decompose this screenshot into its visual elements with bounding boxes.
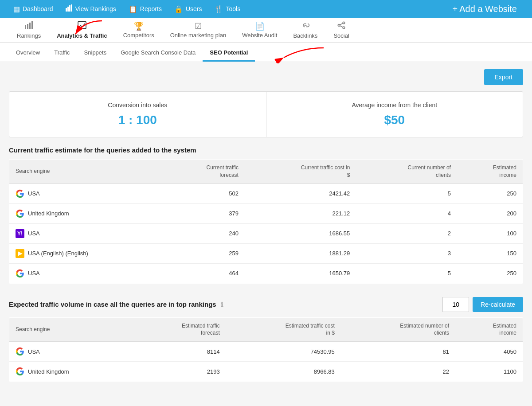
- add-website-button[interactable]: + Add a Website: [446, 4, 525, 14]
- nav-tools[interactable]: 🍴 Tools: [208, 0, 246, 18]
- export-button[interactable]: Export: [484, 69, 523, 85]
- cost-cell: 1686.55: [245, 223, 356, 243]
- top-nav: ▦ Dashboard View Rankings 📋 Reports 🔒 Us…: [0, 0, 532, 18]
- rankings-nav-icon: [25, 21, 33, 31]
- second-nav: Rankings Analytics & Traffic 🏆 Competito…: [0, 18, 532, 43]
- engine-cell: USA: [9, 342, 132, 362]
- conversion-stat: Conversion into sales 1 : 100: [9, 92, 266, 137]
- col-income: Estimatedincome: [457, 160, 523, 184]
- svg-point-13: [343, 27, 345, 29]
- forecast-cell: 502: [164, 183, 245, 203]
- engine-cell: USA: [9, 183, 164, 203]
- est-cost-cell: 8966.83: [226, 362, 341, 382]
- svg-rect-7: [29, 23, 31, 29]
- svg-rect-5: [25, 25, 26, 29]
- nav-reports[interactable]: 📋 Reports: [122, 0, 168, 18]
- income-value: $50: [275, 113, 514, 127]
- cost-cell: 221.12: [245, 203, 356, 223]
- clients-cell: 5: [356, 183, 457, 203]
- nav-social[interactable]: Social: [325, 18, 357, 42]
- col-engine: Search engine: [9, 160, 164, 184]
- tab-arrow-annotation: [262, 43, 332, 63]
- table-row: USA 8114 74530.95 81 4050: [9, 342, 523, 362]
- svg-line-15: [340, 26, 343, 27]
- income-cell: 100: [457, 223, 523, 243]
- engine-cell: ▶ USA (English) (English): [9, 243, 164, 263]
- expected-traffic-header: Search engine Estimated trafficforecast …: [9, 317, 523, 342]
- svg-rect-3: [71, 4, 72, 12]
- est-forecast-cell: 2193: [132, 362, 226, 382]
- nav-online-marketing[interactable]: ☑ Online marketing plan: [162, 18, 234, 42]
- clients-cell: 4: [356, 203, 457, 223]
- svg-rect-6: [27, 24, 28, 29]
- competitors-nav-icon: 🏆: [134, 21, 144, 31]
- col-cost: Current traffic cost in$: [245, 160, 356, 184]
- nav-analytics-traffic[interactable]: Analytics & Traffic: [49, 18, 115, 42]
- main-content: Export Conversion into sales 1 : 100 Ave…: [0, 62, 532, 406]
- analytics-nav-icon: [78, 21, 86, 31]
- forecast-cell: 259: [164, 243, 245, 263]
- rankings-icon: [66, 4, 73, 13]
- svg-point-11: [343, 22, 345, 24]
- expected-traffic-table: Search engine Estimated trafficforecast …: [9, 317, 523, 382]
- tab-snippets[interactable]: Snippets: [77, 45, 114, 62]
- tab-nav: Overview Traffic Snippets Google Search …: [0, 43, 532, 62]
- table-row: United Kingdom 2193 8966.83 22 1100: [9, 362, 523, 382]
- marketing-nav-icon: ☑: [195, 21, 202, 31]
- income-cell: 250: [457, 263, 523, 283]
- cost-cell: 1650.79: [245, 263, 356, 283]
- clients-cell: 2: [356, 223, 457, 243]
- table-row: United Kingdom 379 221.12 4 200: [9, 203, 523, 223]
- table-row: ▶ USA (English) (English) 259 1881.29 3 …: [9, 243, 523, 263]
- stats-cards: Conversion into sales 1 : 100 Average in…: [9, 91, 523, 137]
- social-nav-icon: [337, 21, 345, 31]
- dashboard-icon: ▦: [13, 5, 20, 13]
- engine-cell: United Kingdom: [9, 203, 164, 223]
- nav-users[interactable]: 🔒 Users: [168, 0, 208, 18]
- top-value-input[interactable]: [442, 297, 469, 312]
- tab-overview[interactable]: Overview: [9, 45, 47, 62]
- tab-google-search-console[interactable]: Google Search Console Data: [113, 45, 203, 62]
- est-income-cell: 4050: [455, 342, 523, 362]
- expected-traffic-title: Expected traffic volume in case all the …: [9, 301, 442, 308]
- col-clients: Current number ofclients: [356, 160, 457, 184]
- nav-rankings[interactable]: Rankings: [9, 18, 49, 42]
- svg-rect-9: [78, 21, 86, 28]
- current-traffic-header: Search engine Current trafficforecast Cu…: [9, 160, 523, 184]
- est-income-cell: 1100: [455, 362, 523, 382]
- col-engine-exp: Search engine: [9, 317, 132, 342]
- recalculate-button[interactable]: Re-calculate: [473, 297, 523, 312]
- reports-icon: 📋: [129, 5, 137, 13]
- conversion-label: Conversion into sales: [18, 102, 257, 109]
- current-traffic-title: Current traffic estimate for the queries…: [9, 146, 523, 154]
- tools-icon: 🍴: [214, 5, 223, 13]
- col-est-forecast: Estimated trafficforecast: [132, 317, 226, 342]
- col-est-cost: Estimated traffic costin $: [226, 317, 341, 342]
- svg-rect-0: [66, 8, 67, 12]
- income-cell: 200: [457, 203, 523, 223]
- backlinks-nav-icon: [301, 21, 310, 31]
- forecast-cell: 464: [164, 263, 245, 283]
- income-stat: Average income from the client $50: [266, 92, 523, 137]
- info-icon: ℹ: [221, 301, 223, 308]
- est-cost-cell: 74530.95: [226, 342, 341, 362]
- nav-website-audit[interactable]: 📄 Website Audit: [234, 18, 285, 42]
- export-row: Export: [9, 69, 523, 85]
- col-forecast: Current trafficforecast: [164, 160, 245, 184]
- tab-traffic[interactable]: Traffic: [47, 45, 77, 62]
- conversion-value: 1 : 100: [18, 113, 257, 127]
- table-row: Y! USA 240 1686.55 2 100: [9, 223, 523, 243]
- est-clients-cell: 81: [341, 342, 455, 362]
- table-row: USA 502 2421.42 5 250: [9, 183, 523, 203]
- svg-rect-1: [67, 7, 69, 12]
- forecast-cell: 379: [164, 203, 245, 223]
- forecast-cell: 240: [164, 223, 245, 243]
- income-label: Average income from the client: [275, 102, 514, 109]
- nav-competitors[interactable]: 🏆 Competitors: [115, 18, 162, 42]
- nav-view-rankings[interactable]: View Rankings: [59, 0, 122, 18]
- income-cell: 250: [457, 183, 523, 203]
- tab-seo-potential[interactable]: SEO Potential: [203, 45, 255, 62]
- audit-nav-icon: 📄: [255, 21, 265, 31]
- nav-dashboard[interactable]: ▦ Dashboard: [7, 0, 59, 18]
- nav-backlinks[interactable]: Backlinks: [285, 18, 325, 42]
